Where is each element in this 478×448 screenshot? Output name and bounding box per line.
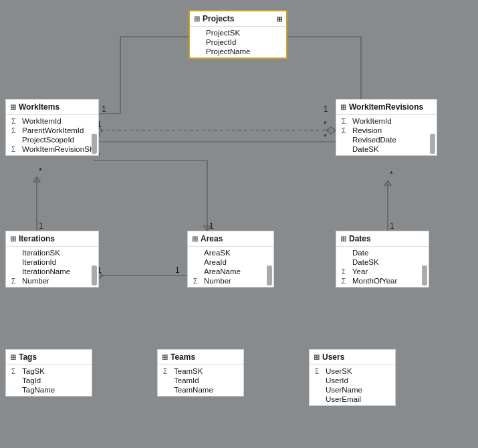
field-iter-iterationname: IterationName — [6, 267, 98, 276]
field-users-userid: UserId — [310, 376, 395, 385]
table-users[interactable]: ⊞ Users Σ UserSK UserId UserName UserEma… — [309, 349, 396, 406]
table-users-header: ⊞ Users — [310, 350, 395, 365]
field-projectsk: ProjectSK — [190, 28, 286, 37]
field-dates-year: Σ Year — [336, 267, 429, 276]
svg-text:*: * — [39, 166, 42, 176]
table-teams[interactable]: ⊞ Teams Σ TeamSK TeamId TeamName — [157, 349, 244, 397]
table-icon-users: ⊞ — [314, 353, 320, 362]
field-dates-date: Date — [336, 248, 429, 257]
table-icon-dates: ⊞ — [340, 235, 346, 243]
table-icon-tags: ⊞ — [10, 353, 16, 362]
table-teams-header: ⊞ Teams — [158, 350, 243, 365]
table-tags-header: ⊞ Tags — [6, 350, 92, 365]
table-dates-title: Dates — [349, 234, 371, 243]
table-areas-header: ⊞ Areas — [188, 231, 273, 247]
svg-text:*: * — [324, 120, 327, 129]
table-dates-header: ⊞ Dates — [336, 231, 429, 247]
table-workitems[interactable]: ⊞ WorkItems Σ WorkItemId Σ ParentWorkIte… — [5, 99, 99, 156]
table-teams-title: Teams — [170, 352, 195, 362]
field-projectname: ProjectName — [190, 47, 286, 56]
table-wir-header: ⊞ WorkItemRevisions — [336, 100, 437, 115]
workitems-scrollbar[interactable] — [92, 134, 97, 154]
table-projects-header: ⊞ Projects ⊞ — [190, 11, 286, 27]
field-teams-teamsk: Σ TeamSK — [158, 366, 243, 376]
field-areas-number: Σ Number — [188, 276, 273, 286]
field-users-usersk: Σ UserSK — [310, 366, 395, 376]
table-workitemrevisions[interactable]: ⊞ WorkItemRevisions Σ WorkItemId Σ Revis… — [336, 99, 437, 156]
field-wi-parentworkitemid: Σ ParentWorkItemId — [6, 126, 98, 135]
svg-text:1: 1 — [324, 104, 328, 114]
field-users-useremail: UserEmail — [310, 395, 395, 404]
field-wi-workitemrevisionsk: Σ WorkItemRevisionSK — [6, 144, 98, 154]
table-iter-header: ⊞ Iterations — [6, 231, 98, 247]
field-dates-monthofyear: Σ MonthOfYear — [336, 276, 429, 286]
field-teams-teamid: TeamId — [158, 376, 243, 385]
table-icon-iter: ⊞ — [10, 235, 16, 243]
field-iter-iterationid: IterationId — [6, 257, 98, 267]
field-tags-tagid: TagId — [6, 376, 92, 385]
table-icon-areas: ⊞ — [192, 235, 198, 243]
table-icon-wi: ⊞ — [10, 103, 16, 112]
svg-marker-14 — [326, 127, 336, 134]
field-wir-revision: Σ Revision — [336, 126, 437, 135]
dates-scrollbar[interactable] — [422, 265, 427, 286]
table-users-title: Users — [322, 352, 344, 362]
iter-scrollbar[interactable] — [92, 265, 97, 286]
table-projects-title: Projects — [203, 14, 234, 23]
areas-scrollbar[interactable] — [267, 265, 272, 286]
diagram-canvas: 1 1 1 1 1 * * * * 1 * 1 * 1 — [0, 0, 478, 448]
table-tags-title: Tags — [19, 352, 37, 362]
table-tags-body: Σ TagSK TagId TagName — [6, 365, 92, 396]
field-users-username: UserName — [310, 385, 395, 395]
table-workitems-header: ⊞ WorkItems — [6, 100, 98, 115]
field-wi-workitemid: Σ WorkItemId — [6, 116, 98, 126]
wir-scrollbar[interactable] — [430, 134, 435, 154]
field-dates-datesk: DateSK — [336, 257, 429, 267]
table-projects-body: ProjectSK ProjectId ProjectName — [190, 27, 286, 58]
field-teams-teamname: TeamName — [158, 385, 243, 395]
table-iter-title: Iterations — [19, 234, 55, 243]
table-iterations[interactable]: ⊞ Iterations IterationSK IterationId Ite… — [5, 231, 99, 288]
table-icon-teams: ⊞ — [162, 353, 168, 362]
svg-text:*: * — [390, 170, 393, 179]
table-workitems-body: Σ WorkItemId Σ ParentWorkItemId ProjectS… — [6, 115, 98, 155]
svg-text:1: 1 — [175, 265, 180, 275]
table-teams-body: Σ TeamSK TeamId TeamName — [158, 365, 243, 396]
table-wir-body: Σ WorkItemId Σ Revision RevisedDate Date… — [336, 115, 437, 155]
table-projects[interactable]: ⊞ Projects ⊞ ProjectSK ProjectId Project… — [189, 10, 287, 59]
field-wir-datesk: DateSK — [336, 144, 437, 154]
svg-text:1: 1 — [102, 104, 106, 114]
svg-text:1: 1 — [39, 221, 43, 231]
field-areas-areaid: AreaId — [188, 257, 273, 267]
field-tags-tagsk: Σ TagSK — [6, 366, 92, 376]
table-projects-expand[interactable]: ⊞ — [277, 15, 282, 23]
field-wi-projectscopeid: ProjectScopeId — [6, 135, 98, 144]
field-projectid: ProjectId — [190, 37, 286, 47]
table-tags[interactable]: ⊞ Tags Σ TagSK TagId TagName — [5, 349, 92, 397]
svg-marker-21 — [33, 177, 40, 182]
svg-text:1: 1 — [209, 221, 214, 231]
table-users-body: Σ UserSK UserId UserName UserEmail — [310, 365, 395, 405]
table-areas[interactable]: ⊞ Areas AreaSK AreaId AreaName Σ Number — [187, 231, 274, 288]
svg-marker-26 — [204, 226, 211, 231]
table-icon: ⊞ — [194, 15, 200, 23]
table-areas-title: Areas — [201, 234, 223, 243]
table-dates[interactable]: ⊞ Dates Date DateSK Σ Year Σ MonthOfYear — [336, 231, 429, 288]
table-workitems-title: WorkItems — [19, 102, 59, 112]
table-icon-wir: ⊞ — [340, 103, 346, 112]
field-areas-areaname: AreaName — [188, 267, 273, 276]
field-iter-iterationsk: IterationSK — [6, 248, 98, 257]
field-iter-number: Σ Number — [6, 276, 98, 286]
field-tags-tagname: TagName — [6, 385, 92, 395]
svg-text:*: * — [324, 132, 327, 142]
svg-text:1: 1 — [390, 221, 394, 231]
field-wir-reviseddate: RevisedDate — [336, 135, 437, 144]
table-iter-body: IterationSK IterationId IterationName Σ … — [6, 247, 98, 287]
table-dates-body: Date DateSK Σ Year Σ MonthOfYear — [336, 247, 429, 287]
field-wir-workitemid: Σ WorkItemId — [336, 116, 437, 126]
table-wir-title: WorkItemRevisions — [349, 102, 423, 112]
svg-marker-30 — [384, 181, 391, 185]
table-areas-body: AreaSK AreaId AreaName Σ Number — [188, 247, 273, 287]
field-areas-areask: AreaSK — [188, 248, 273, 257]
